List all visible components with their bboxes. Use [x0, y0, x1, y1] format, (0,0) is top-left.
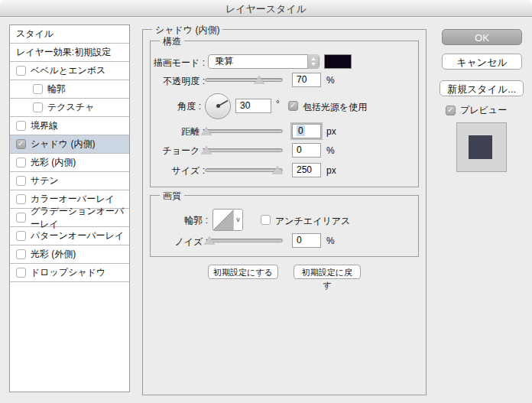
size-unit: px: [326, 165, 336, 176]
use-global-light-checkbox[interactable]: [288, 101, 298, 111]
opacity-label: 不透明度 :: [67, 75, 205, 88]
cancel-button[interactable]: キャンセル: [442, 54, 522, 70]
size-field[interactable]: 250: [292, 163, 321, 177]
noise-unit: %: [326, 236, 335, 246]
make-default-button[interactable]: 初期設定にする: [208, 265, 278, 279]
drop-shadow-checkbox[interactable]: [16, 268, 26, 278]
contour-label: 輪郭 :: [70, 214, 208, 227]
use-global-light-label: 包括光源を使用: [303, 101, 367, 114]
contour-dropdown-arrow-icon[interactable]: v: [233, 210, 242, 230]
distance-field[interactable]: 0: [292, 124, 321, 138]
blend-mode-value: 乗算: [215, 56, 233, 67]
sidebar-header-label: スタイル: [16, 28, 54, 41]
noise-slider-thumb[interactable]: [204, 236, 215, 245]
choke-label: チョーク :: [67, 145, 205, 158]
anti-alias-label: アンチエイリアス: [275, 215, 350, 228]
inner-shadow-checkbox[interactable]: [16, 139, 26, 149]
contour-checkbox[interactable]: [33, 84, 43, 94]
contour-picker[interactable]: v: [212, 209, 243, 231]
reset-default-button[interactable]: 初期設定に戻す: [294, 265, 361, 279]
layer-style-dialog: レイヤースタイル スタイル レイヤー効果:初期設定 ベベルとエンボス 輪郭 テク…: [0, 0, 532, 403]
opacity-unit: %: [326, 75, 335, 86]
size-slider[interactable]: [205, 168, 283, 172]
angle-field[interactable]: 30: [235, 99, 271, 113]
color-overlay-checkbox[interactable]: [16, 194, 26, 204]
title-bar: レイヤースタイル: [0, 0, 532, 17]
opacity-slider[interactable]: [205, 78, 283, 82]
stepper-arrows-icon: [307, 54, 319, 69]
choke-field[interactable]: 0: [292, 143, 321, 158]
sidebar-item-label: 輪郭: [47, 83, 66, 96]
choke-unit: %: [326, 145, 335, 156]
style-preview-inner-square: [469, 135, 492, 159]
blend-mode-select[interactable]: 乗算: [208, 54, 320, 69]
new-style-button[interactable]: 新規スタイル...: [440, 80, 524, 96]
inner-glow-checkbox[interactable]: [16, 158, 26, 167]
satin-checkbox[interactable]: [16, 176, 26, 186]
preview-label: プレビュー: [460, 104, 507, 117]
size-label: サイズ :: [67, 164, 205, 177]
dialog-title: レイヤースタイル: [0, 2, 532, 16]
angle-label: 角度 :: [63, 100, 201, 113]
pattern-overlay-checkbox[interactable]: [16, 231, 26, 241]
noise-field[interactable]: 0: [292, 233, 321, 248]
anti-alias-checkbox[interactable]: [261, 215, 271, 225]
angle-dial[interactable]: [205, 93, 231, 119]
opacity-field[interactable]: 70: [292, 73, 321, 87]
structure-group-title: 構造: [160, 35, 184, 48]
distance-slider[interactable]: [205, 129, 283, 133]
sidebar-item-label: 光彩 (外側): [31, 248, 76, 261]
gradient-overlay-checkbox[interactable]: [16, 213, 26, 223]
preview-checkbox[interactable]: [446, 106, 456, 115]
preview-toggle[interactable]: プレビュー: [446, 104, 507, 117]
sidebar-item-drop-shadow[interactable]: ドロップシャドウ: [10, 264, 129, 282]
noise-label: ノイズ :: [70, 236, 208, 249]
texture-checkbox[interactable]: [33, 102, 43, 112]
sidebar-item-label: 境界線: [31, 119, 58, 132]
distance-slider-thumb[interactable]: [201, 127, 212, 135]
sidebar-item-label: ドロップシャドウ: [31, 266, 105, 279]
shadow-color-swatch[interactable]: [324, 54, 352, 69]
opacity-slider-thumb[interactable]: [254, 76, 264, 84]
blend-mode-label: 描画モード :: [67, 57, 205, 70]
sidebar-item-label: サテン: [31, 174, 59, 187]
stroke-checkbox[interactable]: [16, 121, 26, 131]
size-slider-thumb[interactable]: [272, 166, 283, 174]
contour-thumbnail-icon: [213, 210, 234, 230]
angle-center-dot-icon: [216, 104, 220, 108]
angle-unit: °: [276, 99, 280, 109]
sidebar-item-label: カラーオーバーレイ: [31, 193, 115, 206]
style-preview-thumbnail: [456, 122, 507, 172]
quality-group-title: 画質: [160, 190, 184, 203]
ok-button[interactable]: OK: [442, 29, 522, 45]
choke-slider-thumb[interactable]: [201, 146, 212, 154]
distance-label: 距離 :: [67, 125, 205, 138]
distance-unit: px: [326, 126, 336, 137]
choke-slider[interactable]: [205, 148, 283, 152]
sidebar-header-styles: スタイル: [10, 25, 129, 44]
bevel-emboss-checkbox[interactable]: [16, 66, 26, 76]
outer-glow-checkbox[interactable]: [16, 249, 26, 259]
noise-slider[interactable]: [208, 239, 283, 242]
